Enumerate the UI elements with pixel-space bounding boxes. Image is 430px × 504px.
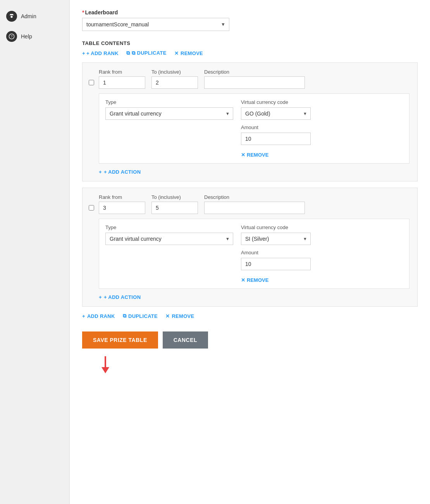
bottom-toolbar: + ADD RANK ⧉ DUPLICATE ✕ REMOVE: [82, 313, 418, 319]
add-action-label-2: + ADD ACTION: [104, 294, 141, 300]
remove-icon-bottom: ✕: [165, 313, 170, 319]
rank-from-input-2[interactable]: [99, 202, 145, 214]
rank-2-header: Rank from To (inclusive) Description: [89, 194, 409, 214]
rank-2-fields: Rank from To (inclusive) Description: [99, 194, 409, 214]
arrow-stem: [105, 356, 106, 367]
arrow-head: [101, 367, 109, 373]
amount-label-2: Amount: [241, 250, 311, 255]
remove-action-icon-2: ✕: [241, 277, 245, 283]
duplicate-label-top: ⧉ DUPLICATE: [132, 50, 166, 56]
leaderboard-section: *Leaderboard tournamentScore_manual tour…: [82, 9, 418, 31]
amount-input-2[interactable]: [241, 258, 311, 270]
amount-input-1[interactable]: [241, 133, 311, 145]
action-box-2: Type Grant virtual currency ▼ Virtual cu…: [99, 219, 409, 289]
add-action-icon-1: +: [99, 169, 102, 175]
save-prize-table-button[interactable]: SAVE PRIZE TABLE: [82, 331, 158, 349]
section-title: TABLE CONTENTS: [82, 40, 418, 46]
add-rank-icon-top: +: [82, 50, 85, 56]
leaderboard-select[interactable]: tournamentScore_manual tournamentScore_a…: [82, 18, 229, 31]
description-label-2: Description: [204, 194, 305, 200]
leaderboard-label: *Leaderboard: [82, 9, 418, 16]
cancel-label: CANCEL: [174, 337, 197, 343]
description-input-1[interactable]: [204, 76, 305, 89]
remove-label-top: REMOVE: [181, 50, 203, 56]
description-label-1: Description: [204, 69, 305, 75]
description-input-2[interactable]: [204, 202, 305, 214]
duplicate-icon-bottom: ⧉: [123, 313, 126, 319]
remove-action-label-1: REMOVE: [247, 152, 268, 158]
duplicate-button-top[interactable]: ⧉ ⧉ DUPLICATE: [126, 50, 167, 56]
svg-rect-1: [10, 15, 14, 15]
to-inclusive-input-2[interactable]: [151, 202, 198, 214]
currency-group-2: Virtual currency code GO (Gold) SI (Silv…: [241, 224, 311, 245]
type-select-1[interactable]: Grant virtual currency: [105, 107, 233, 120]
remove-action-button-1[interactable]: ✕ REMOVE: [241, 152, 311, 158]
right-fields-1: Virtual currency code GO (Gold) SI (Silv…: [241, 99, 311, 158]
add-rank-label-top: + ADD RANK: [86, 50, 119, 56]
remove-action-button-2[interactable]: ✕ REMOVE: [241, 277, 311, 283]
rank-card-2: Rank from To (inclusive) Description Typ…: [82, 188, 418, 307]
action-row-1: Type Grant virtual currency ▼ Virtual cu…: [105, 99, 403, 158]
sidebar: Admin ? Help: [0, 0, 70, 504]
type-select-wrapper-1: Grant virtual currency ▼: [105, 107, 233, 120]
amount-group-2: Amount: [241, 250, 311, 270]
arrow-indicator: [82, 356, 129, 373]
currency-select-1[interactable]: GO (Gold) SI (Silver): [241, 107, 311, 120]
add-rank-label-bottom: ADD RANK: [87, 313, 115, 319]
action-box-1: Type Grant virtual currency ▼ Virtual cu…: [99, 93, 409, 164]
sidebar-item-admin[interactable]: Admin: [0, 6, 69, 26]
amount-label-1: Amount: [241, 124, 311, 130]
help-icon: ?: [6, 31, 17, 42]
duplicate-button-bottom[interactable]: ⧉ DUPLICATE: [123, 313, 158, 319]
to-inclusive-label-1: To (inclusive): [151, 69, 198, 75]
rank-from-group-2: Rank from: [99, 194, 145, 214]
currency-select-2[interactable]: GO (Gold) SI (Silver): [241, 233, 311, 245]
type-select-2[interactable]: Grant virtual currency: [105, 233, 233, 245]
add-rank-button-top[interactable]: + + ADD RANK: [82, 50, 119, 56]
amount-group-1: Amount: [241, 124, 311, 145]
to-inclusive-label-2: To (inclusive): [151, 194, 198, 200]
currency-select-wrapper-1: GO (Gold) SI (Silver) ▼: [241, 107, 311, 120]
add-rank-icon-bottom: +: [82, 313, 85, 319]
type-label-1: Type: [105, 99, 233, 105]
remove-button-top[interactable]: ✕ REMOVE: [174, 50, 203, 56]
rank-1-header: Rank from To (inclusive) Description: [89, 69, 409, 89]
type-group-1: Type Grant virtual currency ▼: [105, 99, 233, 120]
remove-action-icon-1: ✕: [241, 152, 245, 158]
rank-card-1: Rank from To (inclusive) Description Typ…: [82, 62, 418, 181]
type-group-2: Type Grant virtual currency ▼: [105, 224, 233, 245]
rank-from-label-1: Rank from: [99, 69, 145, 75]
cancel-button[interactable]: CANCEL: [163, 331, 208, 349]
remove-label-bottom: REMOVE: [172, 313, 194, 319]
to-inclusive-group-1: To (inclusive): [151, 69, 198, 89]
main-content: *Leaderboard tournamentScore_manual tour…: [70, 0, 430, 504]
to-inclusive-group-2: To (inclusive): [151, 194, 198, 214]
admin-label: Admin: [21, 13, 36, 19]
help-label: Help: [21, 33, 32, 40]
add-action-button-1[interactable]: + + ADD ACTION: [99, 169, 141, 175]
type-label-2: Type: [105, 224, 233, 230]
currency-select-wrapper-2: GO (Gold) SI (Silver) ▼: [241, 233, 311, 245]
duplicate-label-bottom: DUPLICATE: [128, 313, 158, 319]
rank-from-label-2: Rank from: [99, 194, 145, 200]
add-action-icon-2: +: [99, 294, 102, 300]
top-toolbar: + + ADD RANK ⧉ ⧉ DUPLICATE ✕ REMOVE: [82, 50, 418, 56]
add-rank-button-bottom[interactable]: + ADD RANK: [82, 313, 115, 319]
rank-from-input-1[interactable]: [99, 76, 145, 89]
remove-button-bottom[interactable]: ✕ REMOVE: [165, 313, 194, 319]
sidebar-item-help[interactable]: ? Help: [0, 26, 69, 47]
rank-1-fields: Rank from To (inclusive) Description: [99, 69, 409, 89]
duplicate-icon-top: ⧉: [126, 50, 130, 56]
description-group-2: Description: [204, 194, 305, 214]
add-action-label-1: + ADD ACTION: [104, 169, 141, 175]
svg-text:?: ?: [10, 35, 12, 38]
admin-icon: [6, 11, 17, 22]
to-inclusive-input-1[interactable]: [151, 76, 198, 89]
rank-1-checkbox[interactable]: [89, 80, 94, 85]
save-label: SAVE PRIZE TABLE: [93, 337, 147, 343]
leaderboard-select-wrapper: tournamentScore_manual tournamentScore_a…: [82, 18, 229, 31]
add-action-button-2[interactable]: + + ADD ACTION: [99, 294, 141, 300]
type-select-wrapper-2: Grant virtual currency ▼: [105, 233, 233, 245]
right-fields-2: Virtual currency code GO (Gold) SI (Silv…: [241, 224, 311, 283]
rank-2-checkbox[interactable]: [89, 205, 94, 211]
